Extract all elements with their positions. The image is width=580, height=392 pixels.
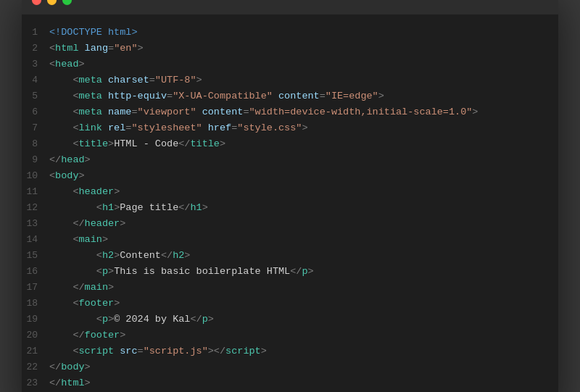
token-tag-bracket: > xyxy=(85,378,91,388)
code-line: 11 <header> xyxy=(22,184,558,200)
token-tag-bracket: > xyxy=(120,218,125,229)
token-tag: p xyxy=(102,314,108,325)
token-text-content xyxy=(49,107,72,117)
token-text-content xyxy=(49,218,72,229)
token-tag: head xyxy=(55,59,78,70)
token-punct: = xyxy=(138,346,144,356)
token-tag-bracket: > xyxy=(85,362,91,372)
code-line: 13 </header> xyxy=(22,216,558,232)
token-tag-bracket: > xyxy=(138,43,144,54)
line-number: 13 xyxy=(22,217,49,232)
token-tag: script xyxy=(225,346,261,356)
token-attr-name: content xyxy=(273,91,320,101)
token-text-content: HTML - Code xyxy=(114,138,178,149)
code-line: 8 <title>HTML - Code</title> xyxy=(22,136,558,152)
line-number: 9 xyxy=(22,153,49,168)
token-attr-name: rel xyxy=(102,122,125,133)
line-number: 6 xyxy=(22,105,49,120)
line-content: <h1>Page title</h1> xyxy=(49,200,558,216)
token-tag-bracket: > xyxy=(114,186,120,197)
token-tag-bracket: > xyxy=(208,314,214,325)
line-content: </body> xyxy=(49,359,558,375)
token-text-content: This is basic boilerplate HTML xyxy=(114,266,290,277)
code-line: 1<!DOCTYPE html> xyxy=(22,25,558,41)
token-tag: p xyxy=(302,266,307,277)
token-tag-bracket: </ xyxy=(178,202,190,213)
token-text-content xyxy=(49,330,72,341)
token-tag: p xyxy=(102,266,108,277)
code-line: 10<body> xyxy=(22,168,558,184)
token-text-content xyxy=(49,75,72,86)
token-tag: title xyxy=(190,138,220,149)
token-tag: h1 xyxy=(190,202,202,213)
code-line: 5 <meta http-equiv="X-UA-Compatible" con… xyxy=(22,88,558,104)
token-attr-value: "UTF-8" xyxy=(155,75,196,86)
token-tag-bracket: < xyxy=(96,202,102,213)
token-tag-bracket: </ xyxy=(72,282,84,293)
line-number: 4 xyxy=(22,73,49,88)
token-tag-bracket: < xyxy=(49,43,55,54)
code-line: 7 <link rel="stylesheet" href="style.css… xyxy=(22,120,558,136)
token-attr-name: http-equiv xyxy=(102,91,167,101)
line-number: 5 xyxy=(22,89,49,104)
token-tag-bracket: < xyxy=(72,75,78,86)
code-line: 20 </footer> xyxy=(22,328,558,343)
token-tag-bracket: < xyxy=(72,346,78,356)
line-content: <body> xyxy=(49,168,558,184)
token-tag-bracket: </ xyxy=(72,330,84,341)
token-tag: main xyxy=(85,282,108,293)
token-tag: html xyxy=(61,378,84,388)
line-number: 10 xyxy=(22,169,49,184)
token-attr-name: charset xyxy=(102,75,149,86)
token-attr-value: "X-UA-Compatible" xyxy=(173,91,273,101)
close-dot[interactable] xyxy=(32,0,41,5)
code-line: 9</head> xyxy=(22,152,558,168)
token-tag-bracket: > xyxy=(102,234,108,245)
code-line: 14 <main> xyxy=(22,232,558,248)
code-line: 3<head> xyxy=(22,57,558,72)
token-tag-bracket: </ xyxy=(290,266,302,277)
token-punct: = xyxy=(108,43,114,54)
token-tag-bracket: < xyxy=(72,122,78,133)
token-tag-bracket: > xyxy=(308,266,314,277)
token-text-content xyxy=(49,202,96,213)
line-content: <p>© 2024 by Kal</p> xyxy=(49,312,558,328)
token-tag: title xyxy=(79,138,109,149)
line-number: 18 xyxy=(22,296,49,312)
line-number: 8 xyxy=(22,137,49,152)
code-line: 2<html lang="en"> xyxy=(22,41,558,57)
maximize-dot[interactable] xyxy=(62,0,72,5)
line-content: </header> xyxy=(49,216,558,232)
token-tag: main xyxy=(79,234,102,245)
token-tag-bracket: > xyxy=(79,59,85,70)
token-attr-value: "stylesheet" xyxy=(131,122,202,133)
token-tag: head xyxy=(61,154,84,165)
token-tag-bracket: > xyxy=(184,250,190,261)
token-tag-bracket: > xyxy=(378,91,384,101)
line-number: 22 xyxy=(22,360,49,375)
token-attr-value: "width=device-width,initial-scale=1.0" xyxy=(249,107,472,117)
line-number: 11 xyxy=(22,185,49,200)
token-tag: header xyxy=(85,218,120,229)
code-line: 17 </main> xyxy=(22,280,558,296)
token-tag: meta xyxy=(79,75,102,86)
token-tag-bracket: </ xyxy=(49,362,61,372)
line-content: <script src="script.js"></script> xyxy=(49,343,558,359)
line-content: <p>This is basic boilerplate HTML</p> xyxy=(49,264,558,280)
line-content: <header> xyxy=(49,184,558,200)
token-text-content xyxy=(49,282,72,293)
token-tag-bracket: </ xyxy=(49,154,61,165)
code-editor-window: 1<!DOCTYPE html>2<html lang="en">3<head>… xyxy=(22,0,558,392)
token-tag-bracket: </ xyxy=(178,138,190,149)
token-attr-value: "viewport" xyxy=(138,107,196,117)
minimize-dot[interactable] xyxy=(47,0,57,5)
token-tag: h1 xyxy=(102,202,114,213)
token-tag-bracket: > xyxy=(196,75,202,86)
token-text-content xyxy=(49,314,96,325)
token-attr-name: content xyxy=(196,107,244,117)
token-tag-bracket: < xyxy=(72,107,78,117)
token-tag: h2 xyxy=(102,250,114,261)
token-tag-bracket: > xyxy=(79,170,85,181)
token-attr-name: src xyxy=(114,346,137,356)
token-tag-bracket: > xyxy=(120,330,125,341)
